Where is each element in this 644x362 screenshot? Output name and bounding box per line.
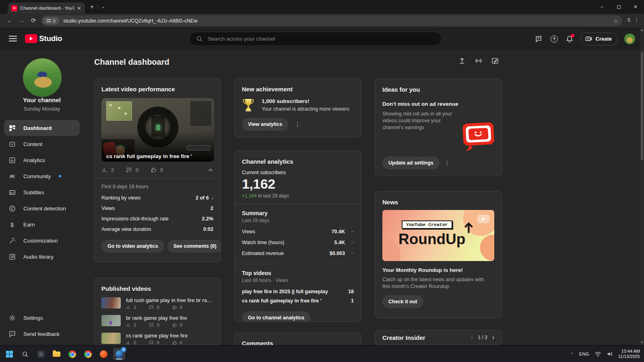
- published-video-row[interactable]: br rank game play free fire 2 0 0: [101, 315, 213, 327]
- sidebar-item-content-detection[interactable]: Content detection: [4, 200, 80, 216]
- trophy-icon: [242, 98, 255, 113]
- reload-icon[interactable]: ⟳: [31, 16, 36, 25]
- address-bar[interactable]: 5 studio.youtube.com/channel/UCQZv6qH_-6…: [41, 15, 622, 26]
- taskbar-search-button[interactable]: [19, 348, 31, 360]
- sidebar-item-analytics[interactable]: Analytics: [4, 152, 80, 168]
- forward-icon[interactable]: →: [19, 16, 25, 25]
- close-button[interactable]: ✕: [627, 0, 644, 14]
- search-input[interactable]: [208, 36, 417, 42]
- site-settings-icon: [46, 19, 51, 23]
- go-to-video-analytics-button[interactable]: Go to video analytics: [101, 240, 164, 253]
- metric-row-ranking[interactable]: Ranking by views 2 of 6 ›: [101, 193, 213, 203]
- likes-icon: [151, 167, 157, 173]
- see-comments-button[interactable]: See comments (0): [167, 240, 221, 253]
- youtube-studio-logo[interactable]: Studio: [25, 34, 62, 43]
- create-video-icon: [585, 35, 592, 43]
- check-it-out-button[interactable]: Check it out: [382, 295, 423, 308]
- sidebar-item-earn[interactable]: $ Earn: [4, 216, 80, 232]
- help-icon[interactable]: ?: [550, 35, 559, 43]
- ad-doodle-icon: [460, 118, 497, 154]
- sidebar-item-customization[interactable]: Customization: [4, 232, 80, 249]
- collapse-chevron-icon[interactable]: [208, 167, 213, 173]
- maximize-icon: [617, 5, 621, 9]
- view-analytics-button[interactable]: View analytics: [242, 118, 288, 131]
- language-indicator[interactable]: ENG: [579, 352, 589, 356]
- volume-icon[interactable]: [607, 351, 613, 357]
- tab-close-icon[interactable]: ✕: [77, 6, 81, 11]
- sidebar-item-settings[interactable]: Settings: [4, 310, 80, 326]
- go-live-icon[interactable]: [475, 57, 483, 65]
- page-scrollbar[interactable]: ▲ ▼: [640, 27, 644, 345]
- sidebar-item-content[interactable]: Content: [4, 136, 80, 152]
- scrollbar-thumb[interactable]: [641, 51, 643, 160]
- sidebar-item-label: Analytics: [23, 157, 45, 163]
- sidebar-footer: Settings Send feedback: [0, 310, 84, 342]
- new-tab-icon[interactable]: +: [90, 4, 94, 10]
- go-to-channel-analytics-button[interactable]: Go to channel analytics: [242, 311, 310, 322]
- more-options-icon[interactable]: ⋮: [291, 121, 303, 128]
- sidebar-item-subtitles[interactable]: Subtitles: [4, 184, 80, 200]
- account-avatar[interactable]: [624, 33, 635, 44]
- minimize-button[interactable]: –: [593, 0, 610, 14]
- hidden-icons-chevron[interactable]: ⌃: [570, 352, 574, 356]
- menu-hamburger-icon[interactable]: [9, 36, 17, 41]
- achievement-headline: 1,000 subscribers!: [262, 98, 349, 104]
- dashboard-content: Channel dashboard Latest video performan…: [84, 50, 644, 345]
- browser-tab[interactable]: Channel dashboard - YouTube S ✕: [8, 2, 85, 14]
- views-bars-icon: [126, 323, 131, 327]
- maximize-button[interactable]: [610, 0, 627, 14]
- views-bars-icon: [126, 305, 131, 310]
- chrome-button[interactable]: [66, 348, 78, 360]
- start-button[interactable]: [3, 348, 15, 360]
- tabbar-divider: [98, 4, 98, 10]
- browser-menu-icon[interactable]: ⋮: [634, 17, 639, 23]
- chrome-profile2-button[interactable]: [82, 348, 94, 360]
- new-achievement-card: New achievement 1,000 subscribers! Your …: [234, 78, 361, 137]
- extensions-count[interactable]: 5: [627, 17, 630, 23]
- latest-video-thumbnail[interactable]: cs rank full gameplay in free fire ': [101, 98, 214, 162]
- header-actions: ? Create: [535, 27, 644, 50]
- file-explorer-button[interactable]: [50, 348, 62, 360]
- active-browser-button[interactable]: 5: [113, 348, 125, 360]
- feedback-icon[interactable]: [535, 35, 543, 43]
- earn-dollar-icon: $: [8, 220, 16, 228]
- sidebar-item-audio-library[interactable]: Audio library: [4, 249, 80, 265]
- metric-row-ctr: Impressions click-through rate 2.2%: [101, 214, 213, 224]
- upload-video-icon[interactable]: [458, 57, 466, 65]
- notification-dot: [571, 34, 574, 37]
- sidebar-item-community[interactable]: Community: [4, 168, 80, 184]
- published-video-row[interactable]: full rush game play in free fire br rank…: [101, 297, 213, 310]
- browser-orange-button[interactable]: [97, 348, 109, 360]
- roundup-banner[interactable]: YouTube Creator RoundUp: [382, 210, 494, 261]
- create-button[interactable]: Create: [580, 33, 618, 45]
- notifications-bell-icon[interactable]: [565, 35, 574, 43]
- edit-icon[interactable]: [491, 57, 499, 65]
- top-video-row[interactable]: play free fire in 2025 || full gameplay …: [242, 287, 354, 296]
- update-ad-settings-button[interactable]: Update ad settings: [382, 156, 440, 169]
- sidebar-item-dashboard[interactable]: Dashboard: [4, 120, 80, 136]
- trend-flat-icon: −: [345, 240, 354, 245]
- url-text: studio.youtube.com/channel/UCQZv6qH_-6J1…: [63, 18, 613, 24]
- task-view-button[interactable]: [35, 348, 47, 360]
- taskbar-clock[interactable]: 10:44 AM 11/13/2025: [618, 349, 640, 359]
- prev-page-icon[interactable]: ‹: [471, 334, 473, 341]
- published-video-row[interactable]: cs rank game play free fire 0 0 0: [101, 333, 213, 345]
- next-page-icon[interactable]: ›: [492, 334, 494, 341]
- wifi-icon[interactable]: [594, 352, 601, 357]
- scroll-up-icon[interactable]: ▲: [640, 28, 644, 32]
- channel-search[interactable]: [189, 32, 442, 46]
- feedback-bubble-icon: [8, 330, 16, 338]
- more-options-icon[interactable]: ⋮: [441, 160, 453, 166]
- bookmark-star-icon[interactable]: ☆: [613, 18, 618, 24]
- subscriber-delta: +1,164 in last 28 days: [242, 193, 354, 199]
- scroll-down-icon[interactable]: ▼: [640, 341, 644, 344]
- top-video-row[interactable]: cs rank full gameplay in free fire ' 1: [242, 296, 354, 305]
- channel-name: Your channel: [0, 97, 84, 103]
- banner-title: RoundUp: [398, 231, 465, 248]
- tab-search-chevron-icon[interactable]: ⌄: [101, 4, 105, 9]
- sidebar-item-send-feedback[interactable]: Send feedback: [4, 326, 80, 342]
- site-info-chip[interactable]: 5: [43, 17, 59, 25]
- comments-card: Comments: [234, 332, 361, 345]
- channel-avatar[interactable]: [23, 58, 62, 97]
- back-icon[interactable]: ←: [6, 16, 12, 25]
